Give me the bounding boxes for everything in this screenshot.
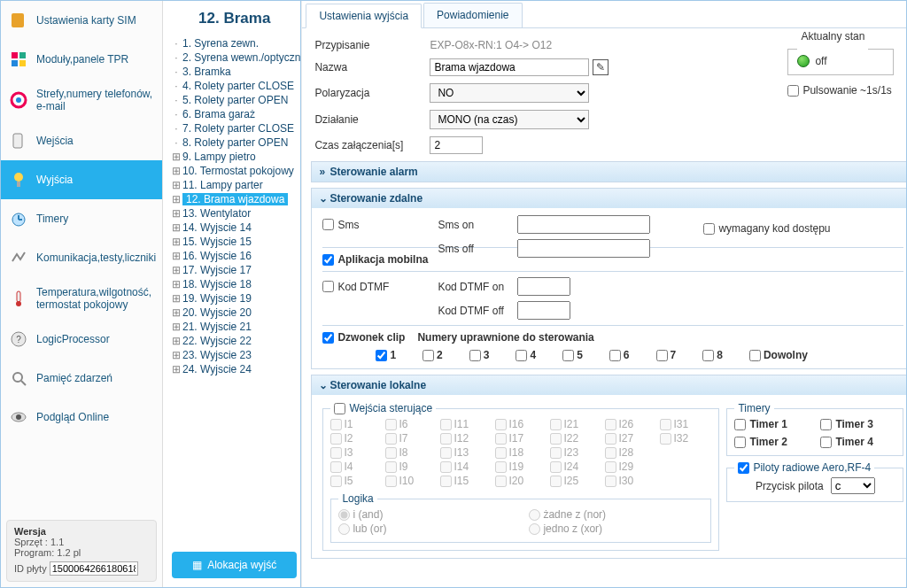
radio-remotes-checkbox[interactable]: Piloty radiowe Aero,RF-4 [738, 461, 871, 474]
io-I25[interactable]: I25 [550, 475, 601, 487]
tree-item[interactable]: ⊞12. Brama wjazdowa [168, 192, 300, 206]
tree-item[interactable]: ⊞15. Wyjscie 15 [168, 235, 300, 249]
tree-item[interactable]: ⊞19. Wyjscie 19 [168, 291, 300, 306]
io-I4[interactable]: I4 [330, 460, 382, 473]
tree-item[interactable]: ·1. Syrena zewn. [168, 36, 300, 50]
clip-any[interactable]: Dowolny [749, 349, 808, 361]
dtmf-on-input[interactable] [517, 277, 570, 296]
timer-1[interactable]: Timer 1 [734, 418, 810, 430]
sidebar-item-temp[interactable]: Temperatura,wilgotność, termostat pokojo… [1, 277, 162, 320]
expand-icon[interactable]: ⊞ [172, 349, 181, 361]
tree-item[interactable]: ⊞11. Lampy parter [168, 178, 300, 192]
io-I12[interactable]: I12 [440, 432, 492, 445]
control-inputs-checkbox[interactable]: Wejścia sterujące [334, 402, 432, 414]
tree-item[interactable]: ·7. Rolety parter CLOSE [168, 121, 300, 135]
io-I19[interactable]: I19 [495, 460, 547, 473]
io-I28[interactable]: I28 [605, 446, 656, 459]
expand-icon[interactable]: ⊞ [172, 193, 181, 205]
io-I24[interactable]: I24 [550, 460, 601, 473]
tree-item[interactable]: ·6. Brama garaż [168, 107, 300, 121]
require-code-checkbox[interactable]: wymagany kod dostępu [703, 222, 880, 235]
io-I5[interactable]: I5 [330, 475, 382, 487]
io-I30[interactable]: I30 [605, 475, 656, 487]
io-I27[interactable]: I27 [605, 432, 656, 445]
sidebar-item-out[interactable]: Wyjścia [1, 160, 162, 199]
logic-or[interactable]: lub (or) [338, 522, 513, 535]
tree-item[interactable]: ⊞18. Wyjscie 18 [168, 277, 300, 291]
tree-item[interactable]: ⊞17. Wyjscie 17 [168, 263, 300, 277]
dtmf-off-input[interactable] [517, 301, 570, 320]
sidebar-item-sim[interactable]: Ustawienia karty SIM [1, 1, 162, 40]
tree-item[interactable]: ⊞24. Wyjscie 24 [168, 362, 300, 376]
io-I22[interactable]: I22 [550, 432, 601, 445]
io-I14[interactable]: I14 [440, 460, 492, 473]
io-I21[interactable]: I21 [550, 418, 601, 430]
io-I26[interactable]: I26 [605, 418, 656, 430]
sidebar-item-zones[interactable]: Strefy,numery telefonów, e-mail [1, 79, 162, 121]
expand-icon[interactable]: ⊞ [172, 207, 181, 220]
sidebar-item-logic[interactable]: ?LogicProcessor [1, 320, 162, 359]
io-I8[interactable]: I8 [385, 446, 437, 459]
io-I1[interactable]: I1 [330, 418, 382, 430]
expand-icon[interactable]: ⊞ [172, 335, 181, 347]
io-I9[interactable]: I9 [385, 460, 437, 473]
clip-num-7[interactable]: 7 [656, 349, 677, 361]
clip-num-5[interactable]: 5 [562, 349, 583, 361]
sidebar-item-mods[interactable]: Moduły,panele TPR [1, 40, 162, 79]
sidebar-item-mem[interactable]: Pamięć zdarzeń [1, 359, 162, 398]
sms-on-input[interactable] [517, 215, 650, 234]
logic-xor[interactable]: jedno z (xor) [529, 522, 703, 535]
sidebar-item-comm[interactable]: Komunikacja,testy,liczniki [1, 238, 162, 277]
tree-item[interactable]: ⊞20. Wyjscie 20 [168, 306, 300, 320]
action-select[interactable]: MONO (na czas) [430, 110, 589, 129]
tree-item[interactable]: ⊞23. Wyjscie 23 [168, 348, 300, 362]
logic-nor[interactable]: żadne z (nor) [529, 508, 703, 521]
expand-icon[interactable]: ⊞ [172, 151, 181, 163]
pulsing-checkbox[interactable]: Pulsowanie ~1s/1s [787, 84, 894, 97]
io-I13[interactable]: I13 [440, 446, 492, 459]
io-I10[interactable]: I10 [385, 475, 437, 487]
tree-item[interactable]: ·4. Rolety parter CLOSE [168, 79, 300, 93]
clip-num-6[interactable]: 6 [609, 349, 630, 361]
io-I18[interactable]: I18 [495, 446, 547, 459]
allocate-outputs-button[interactable]: ▦ Alokacja wyjść [172, 552, 297, 578]
sidebar-item-timer[interactable]: Timery [1, 199, 162, 238]
expand-icon[interactable]: ⊞ [172, 278, 181, 290]
expand-icon[interactable]: ⊞ [172, 292, 181, 305]
io-I31[interactable]: I31 [660, 418, 711, 430]
timer-4[interactable]: Timer 4 [820, 436, 895, 448]
remote-button-select[interactable]: c [831, 477, 875, 494]
io-I6[interactable]: I6 [385, 418, 437, 430]
expand-icon[interactable]: ⊞ [172, 363, 181, 375]
sms-off-input[interactable] [517, 239, 650, 258]
tree-item[interactable]: ⊞13. Wentylator [168, 206, 300, 220]
clip-num-3[interactable]: 3 [469, 349, 490, 361]
tree-item[interactable]: ·2. Syrena wewn./optyczn [168, 50, 300, 65]
tree-item[interactable]: ⊞9. Lampy pietro [168, 150, 300, 164]
clip-checkbox[interactable]: Dzwonek clip [322, 331, 405, 344]
io-I11[interactable]: I11 [440, 418, 492, 430]
polarity-select[interactable]: NO [430, 83, 589, 103]
expand-icon[interactable]: ⊞ [172, 250, 181, 262]
expand-icon[interactable]: ⊞ [172, 321, 181, 333]
expand-icon[interactable]: ⊞ [172, 306, 181, 319]
ontime-input[interactable] [430, 136, 483, 154]
tree-item[interactable]: ⊞21. Wyjscie 21 [168, 320, 300, 334]
io-I17[interactable]: I17 [495, 432, 547, 445]
io-I3[interactable]: I3 [330, 446, 382, 459]
tree-item[interactable]: ⊞16. Wyjscie 16 [168, 249, 300, 263]
clip-num-1[interactable]: 1 [376, 349, 396, 361]
tree-item[interactable]: ⊞22. Wyjscie 22 [168, 334, 300, 348]
tree-item[interactable]: ⊞10. Termostat pokojowy [168, 164, 300, 178]
io-I16[interactable]: I16 [495, 418, 547, 430]
io-I20[interactable]: I20 [495, 475, 547, 487]
tab-output-settings[interactable]: Ustawienia wyjścia [306, 4, 422, 28]
edit-icon[interactable]: ✎ [593, 59, 609, 75]
expand-icon[interactable]: ⊞ [172, 236, 181, 248]
board-id-input[interactable] [50, 561, 138, 576]
tab-notifications[interactable]: Powiadomienie [423, 3, 522, 27]
timer-2[interactable]: Timer 2 [734, 436, 810, 448]
clip-num-8[interactable]: 8 [702, 349, 723, 361]
sms-checkbox[interactable]: Sms [322, 219, 438, 231]
io-I15[interactable]: I15 [440, 475, 492, 487]
